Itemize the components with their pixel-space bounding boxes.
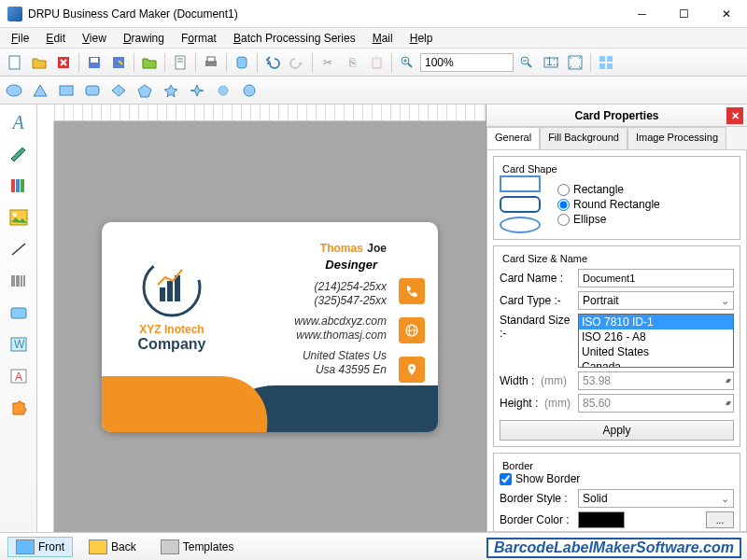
redo-icon[interactable] xyxy=(286,51,308,74)
database-icon[interactable] xyxy=(231,51,253,74)
brand-watermark: BarcodeLabelMakerSoftware.com xyxy=(486,538,741,558)
menubar: File Edit View Drawing Format Batch Proc… xyxy=(0,28,747,49)
svg-text:A: A xyxy=(15,371,22,384)
menu-batch[interactable]: Batch Processing Series xyxy=(226,30,363,47)
border-group: Border Show Border Border Style :Solid B… xyxy=(493,453,740,532)
document-icon[interactable] xyxy=(169,51,191,74)
back-tab[interactable]: Back xyxy=(80,537,145,557)
menu-help[interactable]: Help xyxy=(402,30,441,47)
minimize-button[interactable]: ─ xyxy=(621,0,663,28)
card-shape-orange xyxy=(102,376,276,432)
open-icon[interactable] xyxy=(28,51,50,74)
show-border-checkbox[interactable]: Show Border xyxy=(500,472,734,485)
menu-view[interactable]: View xyxy=(75,30,114,47)
main-toolbar: ✂ ⎘ 📋 100% 1:1 xyxy=(0,49,747,77)
menu-mail[interactable]: Mail xyxy=(365,30,401,47)
text-a-tool-icon[interactable]: A xyxy=(6,364,32,388)
library-icon[interactable] xyxy=(6,174,32,198)
image-tool-icon[interactable] xyxy=(6,205,32,230)
svg-rect-9 xyxy=(207,57,215,62)
vertical-ruler xyxy=(37,121,54,532)
maximize-button[interactable]: ☐ xyxy=(663,0,705,28)
round-rect-shape-icon[interactable] xyxy=(82,81,103,100)
radio-ellipse[interactable]: Ellipse xyxy=(557,213,660,226)
watermark-tool-icon[interactable]: W xyxy=(6,332,32,357)
print-icon[interactable] xyxy=(200,51,222,74)
tab-fill-background[interactable]: Fill Background xyxy=(540,127,627,149)
gear-shape-icon[interactable] xyxy=(239,81,260,100)
panel-close-icon[interactable]: ✕ xyxy=(726,107,743,124)
svg-rect-4 xyxy=(113,57,124,68)
tab-general[interactable]: General xyxy=(486,127,540,149)
border-color-picker-button[interactable]: ... xyxy=(706,511,734,528)
border-color-swatch[interactable] xyxy=(578,511,625,528)
text-tool-icon[interactable]: A xyxy=(6,110,32,134)
menu-edit[interactable]: Edit xyxy=(38,30,73,47)
svg-line-35 xyxy=(12,244,25,255)
saveas-icon[interactable] xyxy=(107,51,130,74)
paste-icon[interactable]: 📋 xyxy=(365,51,388,74)
tab-image-processing[interactable]: Image Processing xyxy=(627,127,726,149)
svg-rect-0 xyxy=(9,56,20,69)
burst-shape-icon[interactable] xyxy=(213,81,233,100)
shape-preview-ellipse[interactable] xyxy=(500,217,541,233)
list-item[interactable]: ISO 216 - A8 xyxy=(579,329,733,344)
location-icon xyxy=(399,357,425,383)
panel-header: Card Properties ✕ xyxy=(486,105,747,127)
svg-text:W: W xyxy=(14,338,25,351)
svg-rect-32 xyxy=(21,179,24,192)
folder-open-icon[interactable] xyxy=(138,51,161,74)
menu-format[interactable]: Format xyxy=(174,30,224,47)
list-item[interactable]: United States xyxy=(579,344,733,359)
width-spinner[interactable]: 53.98 xyxy=(578,371,734,390)
zoom-out-icon[interactable] xyxy=(515,51,538,74)
zoom-actual-icon[interactable]: 1:1 xyxy=(540,51,562,74)
save-icon[interactable] xyxy=(83,51,106,74)
canvas[interactable]: XYZ Inotech Company Thomas Joe Desinger … xyxy=(54,121,486,532)
list-item[interactable]: ISO 7810 ID-1 xyxy=(579,315,733,329)
star-shape-icon[interactable] xyxy=(161,81,181,100)
rectangle-shape-icon[interactable] xyxy=(56,81,77,100)
menu-file[interactable]: File xyxy=(4,30,36,47)
border-style-select[interactable]: Solid xyxy=(578,489,734,508)
properties-panel: Card Properties ✕ General Fill Backgroun… xyxy=(486,105,747,532)
ellipse-shape-icon[interactable] xyxy=(4,81,24,100)
business-card[interactable]: XYZ Inotech Company Thomas Joe Desinger … xyxy=(102,222,438,432)
zoom-in-icon[interactable] xyxy=(396,51,418,74)
puzzle-tool-icon[interactable] xyxy=(6,396,32,420)
pen-tool-icon[interactable] xyxy=(6,142,32,166)
zoom-combo[interactable]: 100% xyxy=(420,53,514,72)
diamond-shape-icon[interactable] xyxy=(108,81,129,100)
pentagon-shape-icon[interactable] xyxy=(134,81,155,100)
shape-preview-rect[interactable] xyxy=(500,175,541,192)
window-title: DRPU Business Card Maker (Document1) xyxy=(28,7,621,21)
line-tool-icon[interactable] xyxy=(6,237,32,261)
cut-icon[interactable]: ✂ xyxy=(317,51,339,74)
front-tab[interactable]: Front xyxy=(7,537,73,557)
fit-screen-icon[interactable] xyxy=(564,51,586,74)
copy-icon[interactable]: ⎘ xyxy=(341,51,363,74)
delete-icon[interactable] xyxy=(52,51,75,74)
templates-tab[interactable]: Templates xyxy=(152,537,243,557)
menu-drawing[interactable]: Drawing xyxy=(116,30,172,47)
card-tool-icon[interactable] xyxy=(6,301,32,325)
apply-button[interactable]: Apply xyxy=(500,420,734,441)
close-button[interactable]: ✕ xyxy=(705,0,747,28)
star4-shape-icon[interactable] xyxy=(187,81,207,100)
undo-icon[interactable] xyxy=(261,51,284,74)
grid-icon[interactable] xyxy=(595,51,617,74)
radio-round-rectangle[interactable]: Round Rectangle xyxy=(557,198,660,211)
card-type-select[interactable]: Portrait xyxy=(578,291,734,310)
barcode-tool-icon[interactable] xyxy=(6,269,32,293)
svg-point-28 xyxy=(218,86,228,95)
height-spinner[interactable]: 85.60 xyxy=(578,394,734,413)
standard-size-list[interactable]: ISO 7810 ID-1 ISO 216 - A8 United States… xyxy=(578,314,734,368)
svg-rect-3 xyxy=(91,58,98,63)
list-item[interactable]: Canada xyxy=(579,359,733,368)
shape-preview-roundrect[interactable] xyxy=(500,196,541,213)
new-icon[interactable] xyxy=(4,51,26,74)
radio-rectangle[interactable]: Rectangle xyxy=(557,183,660,196)
titlebar: DRPU Business Card Maker (Document1) ─ ☐… xyxy=(0,0,747,28)
card-name-input[interactable] xyxy=(578,269,734,287)
triangle-shape-icon[interactable] xyxy=(30,81,50,100)
